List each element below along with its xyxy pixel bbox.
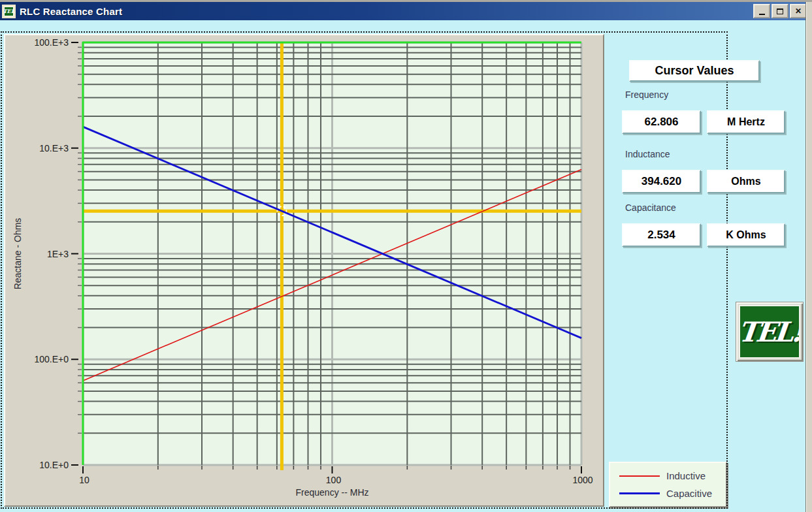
- legend-label: Inductive: [666, 470, 706, 481]
- y-axis-title: Reactane - Ohms: [12, 218, 23, 290]
- tel-logo: TEL!: [736, 302, 804, 362]
- legend-label: Capacitive: [666, 488, 712, 499]
- reactance-chart: 10.E+0100.E+01E+310.E+3100.E+3101001000F…: [5, 35, 603, 505]
- frequency-value: 62.806: [645, 116, 679, 129]
- x-axis-title: Frequency -- MHz: [295, 487, 368, 498]
- frequency-label: Frequency: [625, 89, 668, 100]
- svg-text:100.E+3: 100.E+3: [34, 37, 69, 48]
- inductance-unit-display: Ohms: [707, 170, 785, 193]
- inductive-line-swatch: [619, 475, 660, 477]
- inductance-value-display: 394.620: [622, 170, 701, 193]
- inductance-unit: Ohms: [731, 176, 760, 187]
- window-title: RLC Reactance Chart: [20, 6, 122, 17]
- app-icon-text: TEL: [4, 7, 14, 16]
- maximize-icon: [777, 8, 783, 14]
- legend-item-capacitive: Capacitive: [610, 488, 726, 499]
- svg-text:1E+3: 1E+3: [47, 249, 69, 259]
- capacitance-value-display: 2.534: [622, 223, 701, 247]
- close-button[interactable]: ✕: [790, 4, 807, 18]
- svg-text:10.E+3: 10.E+3: [39, 143, 69, 153]
- capacitive-line-swatch: [619, 492, 660, 494]
- titlebar[interactable]: TEL RLC Reactance Chart ✕: [0, 2, 812, 20]
- chart-legend: Inductive Capacitive: [609, 462, 727, 507]
- cursor-values-title: Cursor Values: [629, 60, 760, 82]
- capacitance-label: Capacitance: [625, 202, 676, 213]
- legend-item-inductive: Inductive: [610, 470, 726, 481]
- svg-text:10.E+0: 10.E+0: [39, 460, 69, 470]
- cursor-values-title-text: Cursor Values: [655, 64, 734, 78]
- chart-panel: 10.E+0100.E+01E+310.E+3100.E+3101001000F…: [4, 34, 604, 507]
- tel-logo-text: TEL!: [739, 316, 800, 348]
- inductance-label: Inductance: [625, 149, 670, 159]
- capacitance-value: 2.534: [647, 229, 675, 242]
- close-icon: ✕: [795, 7, 802, 15]
- capacitance-unit: K Ohms: [726, 229, 766, 241]
- svg-text:100: 100: [326, 475, 342, 485]
- tel-logo-inner: TEL!: [739, 305, 800, 359]
- frequency-unit: M Hertz: [727, 116, 765, 128]
- minimize-button[interactable]: [753, 4, 770, 18]
- inductance-value: 394.620: [641, 175, 681, 188]
- capacitance-unit-display: K Ohms: [707, 223, 785, 247]
- maximize-button[interactable]: [771, 4, 788, 18]
- frequency-value-display: 62.806: [622, 110, 701, 134]
- svg-text:10: 10: [79, 475, 89, 485]
- svg-text:1000: 1000: [572, 475, 593, 485]
- window-controls: ✕: [753, 4, 807, 18]
- frequency-unit-display: M Hertz: [707, 110, 785, 134]
- window-right-edge: [805, 2, 812, 512]
- minimize-icon: [759, 14, 765, 15]
- svg-text:100.E+0: 100.E+0: [34, 354, 69, 364]
- app-icon: TEL: [2, 5, 16, 18]
